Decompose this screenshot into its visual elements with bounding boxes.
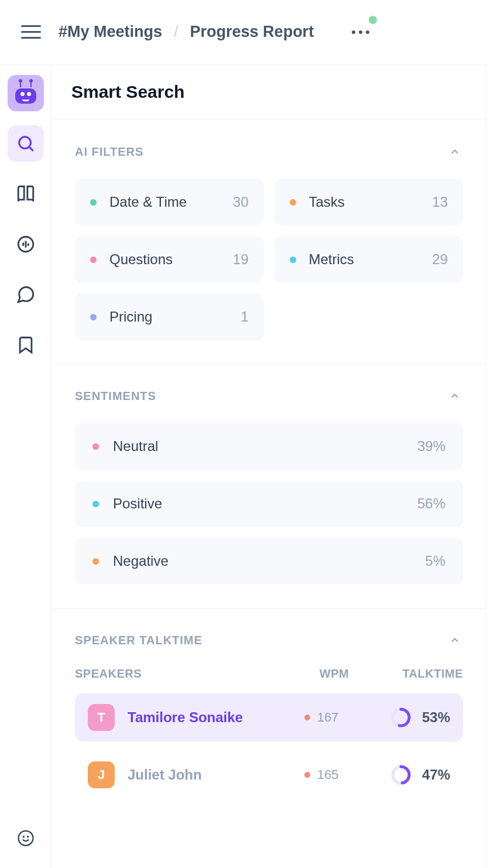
page-title: Smart Search [71, 82, 467, 102]
chevron-up-icon [449, 634, 461, 646]
breadcrumb-separator: / [174, 23, 179, 41]
filter-count: 29 [432, 251, 448, 268]
main-content: Smart Search AI FILTERS Date & Time30Tas… [52, 64, 487, 868]
filter-label: Metrics [309, 251, 420, 268]
smile-icon [17, 829, 35, 847]
dot-icon [290, 199, 296, 206]
notification-badge [369, 16, 377, 24]
talktime-pct: 47% [422, 767, 450, 783]
talktime-cell: 47% [356, 764, 450, 785]
sidebar-item-assistant[interactable] [8, 75, 44, 111]
sentiment-row[interactable]: Negative5% [75, 538, 463, 585]
search-icon [16, 134, 36, 153]
col-talktime: TALKTIME [369, 667, 463, 681]
dot-icon [92, 558, 99, 565]
filter-count: 30 [233, 194, 249, 210]
sentiment-label: Negative [113, 553, 411, 569]
talktime-cell: 53% [356, 707, 450, 728]
filter-chip[interactable]: Metrics29 [275, 236, 464, 283]
filter-label: Date & Time [109, 194, 220, 210]
svg-point-7 [23, 836, 23, 837]
ring-icon [390, 764, 411, 785]
sentiment-pct: 56% [417, 495, 445, 512]
talktime-columns: SPEAKERS WPM TALKTIME [75, 667, 463, 681]
wpm-cell: 167 [286, 710, 356, 725]
filter-count: 19 [233, 251, 249, 268]
svg-line-1 [29, 147, 33, 151]
wpm-value: 165 [317, 767, 339, 782]
bookmark-icon [16, 335, 36, 355]
sidebar [0, 64, 52, 868]
filter-label: Tasks [309, 194, 420, 210]
sentiment-label: Positive [113, 495, 403, 512]
filter-chip[interactable]: Date & Time30 [75, 179, 264, 225]
chevron-up-icon [449, 146, 461, 158]
sentiment-row[interactable]: Positive56% [75, 480, 463, 527]
dot-icon [304, 715, 310, 720]
sidebar-item-bookmarks[interactable] [8, 327, 44, 363]
collapse-sentiments-button[interactable] [447, 388, 463, 404]
wpm-cell: 165 [286, 767, 356, 782]
page-title-bar: Smart Search [52, 64, 486, 120]
ring-icon [390, 707, 411, 728]
breadcrumb-root[interactable]: #My Meetings [59, 23, 162, 41]
breadcrumb-current[interactable]: Progress Report [190, 23, 314, 41]
sidebar-item-reactions[interactable] [8, 820, 44, 856]
svg-point-6 [18, 831, 33, 846]
collapse-filters-button[interactable] [447, 143, 463, 160]
filter-chip[interactable]: Pricing1 [75, 293, 264, 340]
wpm-value: 167 [317, 710, 339, 725]
speaker-name-text: Tamilore Sonaike [128, 709, 243, 726]
sentiment-label: Neutral [113, 438, 403, 454]
dot-icon [90, 199, 97, 206]
filter-count: 13 [432, 194, 448, 210]
breadcrumb: #My Meetings / Progress Report [59, 23, 314, 41]
svg-point-8 [28, 836, 28, 837]
section-sentiments: SENTIMENTS Neutral39%Positive56%Negative… [52, 364, 486, 609]
filter-count: 1 [241, 309, 248, 325]
avatar: T [88, 704, 115, 731]
menu-button[interactable] [21, 22, 42, 43]
dot-icon [92, 443, 99, 450]
bot-icon [13, 80, 39, 106]
section-heading-sentiments: SENTIMENTS [75, 389, 156, 403]
section-heading-talktime: SPEAKER TALKTIME [75, 634, 203, 647]
dot-icon [92, 501, 99, 507]
filter-label: Questions [109, 251, 220, 268]
avatar: J [88, 761, 115, 788]
filter-label: Pricing [109, 309, 228, 325]
sentiment-pct: 5% [425, 553, 445, 569]
filter-chip[interactable]: Tasks13 [275, 179, 464, 225]
collapse-talktime-button[interactable] [447, 632, 463, 648]
col-speakers: SPEAKERS [75, 667, 299, 681]
dot-icon [90, 257, 97, 263]
sentiment-pct: 39% [417, 438, 445, 454]
book-icon [16, 184, 36, 204]
section-heading-filters: AI FILTERS [75, 145, 143, 159]
analytics-icon [16, 234, 36, 254]
sidebar-item-chat[interactable] [8, 276, 44, 313]
sentiment-row[interactable]: Neutral39% [75, 423, 463, 470]
sidebar-item-notes[interactable] [8, 176, 44, 212]
dot-icon [290, 257, 296, 263]
section-talktime: SPEAKER TALKTIME SPEAKERS WPM TALKTIME T… [52, 609, 486, 832]
speaker-row[interactable]: JJuliet John16547% [75, 751, 463, 799]
sidebar-item-analytics[interactable] [8, 226, 44, 262]
dot-icon [304, 772, 310, 778]
talktime-pct: 53% [422, 709, 450, 726]
speaker-name-text: Juliet John [128, 767, 202, 783]
chevron-up-icon [449, 390, 461, 402]
svg-point-0 [19, 137, 30, 149]
top-header: #My Meetings / Progress Report [0, 0, 487, 64]
dot-icon [90, 314, 97, 320]
chat-icon [16, 285, 36, 305]
speaker-row[interactable]: TTamilore Sonaike16753% [75, 693, 463, 741]
col-wpm: WPM [299, 667, 369, 681]
overflow-menu-button[interactable] [342, 17, 379, 47]
filter-chip[interactable]: Questions19 [75, 236, 264, 283]
sidebar-item-search[interactable] [8, 125, 44, 162]
section-ai-filters: AI FILTERS Date & Time30Tasks13Questions… [52, 120, 486, 364]
